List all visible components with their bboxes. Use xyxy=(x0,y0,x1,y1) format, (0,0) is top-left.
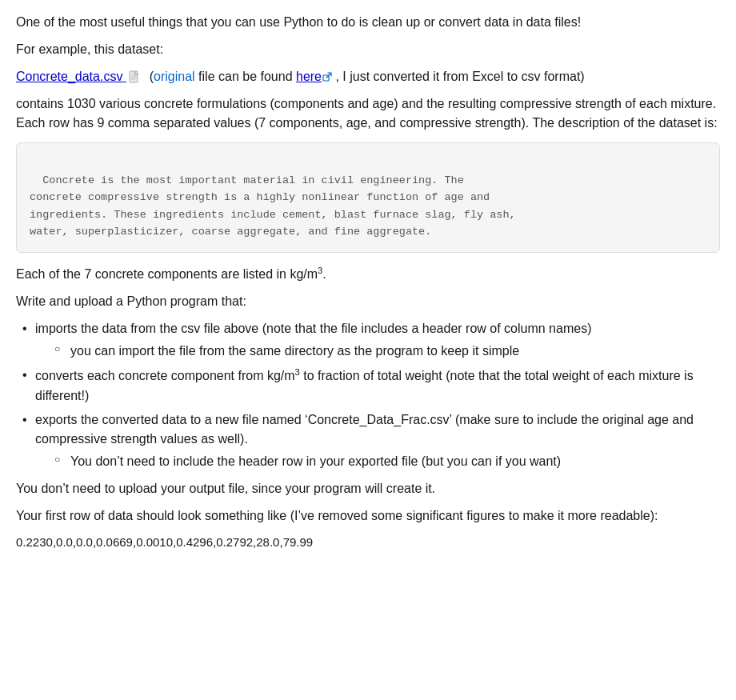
no-upload-paragraph: You don’t need to upload your output fil… xyxy=(16,479,720,498)
first-row-paragraph: Your first row of data should look somet… xyxy=(16,506,720,526)
intro-text: One of the most useful things that you c… xyxy=(16,15,581,29)
example-paragraph: For example, this dataset: xyxy=(16,40,720,59)
data-row-value: 0.2230,0.0,0.0,0.0669,0.0010,0.4296,0.27… xyxy=(16,535,313,549)
sub-list-item-header: You don’t need to include the header row… xyxy=(54,452,720,471)
sub-bullet1-text: you can import the file from the same di… xyxy=(70,344,519,358)
first-row-text: Your first row of data should look somet… xyxy=(16,509,658,522)
unit-prefix: Each of the 7 concrete components are li… xyxy=(16,267,318,281)
bullet3-text: exports the converted data to a new file… xyxy=(35,413,694,446)
sub-bullet3-text: You don’t need to include the header row… xyxy=(70,454,561,468)
svg-rect-0 xyxy=(130,71,138,82)
description-code-block: Concrete is the most important material … xyxy=(16,142,720,253)
task-list: imports the data from the csv file above… xyxy=(16,319,720,470)
description-text: contains 1030 various concrete formulati… xyxy=(16,97,718,130)
here-link[interactable]: here xyxy=(296,70,322,83)
conversion-text: , I just converted it from Excel to csv … xyxy=(332,70,585,83)
bullet1-text: imports the data from the csv file above… xyxy=(35,322,591,335)
list-item-exports: exports the converted data to a new file… xyxy=(16,410,720,471)
concrete-data-link[interactable]: Concrete_data.csv xyxy=(16,70,126,83)
sub-list-item-import: you can import the file from the same di… xyxy=(54,342,720,361)
original-label: original xyxy=(154,70,195,83)
bullet2-prefix: converts each concrete component from kg… xyxy=(35,370,295,383)
list-item-converts: converts each concrete component from kg… xyxy=(16,366,720,405)
code-block-text: Concrete is the most important material … xyxy=(30,174,516,238)
file-link-paragraph: Concrete_data.csv (original file can be … xyxy=(16,67,720,86)
external-link-icon xyxy=(322,72,332,82)
task-intro-paragraph: Write and upload a Python program that: xyxy=(16,292,720,311)
data-row-paragraph: 0.2230,0.0,0.0,0.0669,0.0010,0.4296,0.27… xyxy=(16,534,720,552)
no-upload-text: You don’t need to upload your output fil… xyxy=(16,482,435,495)
file-icon xyxy=(128,70,141,83)
intro-paragraph: One of the most useful things that you c… xyxy=(16,13,720,32)
original-text: file can be found xyxy=(195,70,296,83)
exports-sub-list: You don’t need to include the header row… xyxy=(35,452,720,471)
unit-paragraph: Each of the 7 concrete components are li… xyxy=(16,264,720,284)
imports-sub-list: you can import the file from the same di… xyxy=(35,342,720,361)
example-text: For example, this dataset: xyxy=(16,42,163,56)
list-item-imports: imports the data from the csv file above… xyxy=(16,319,720,361)
description-paragraph: contains 1030 various concrete formulati… xyxy=(16,94,720,133)
task-intro-text: Write and upload a Python program that: xyxy=(16,294,246,308)
unit-suffix: . xyxy=(322,267,326,281)
file-link-text: Concrete_data.csv xyxy=(16,70,122,83)
